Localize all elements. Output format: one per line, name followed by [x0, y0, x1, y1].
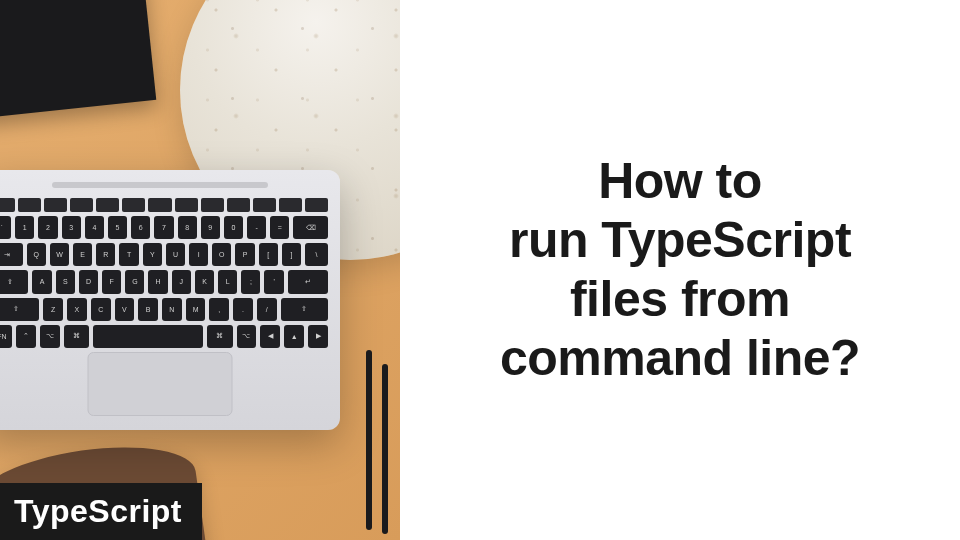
key: L	[218, 270, 237, 293]
category-tag: TypeScript	[0, 483, 202, 540]
key: ⇧	[0, 298, 39, 321]
key: S	[56, 270, 75, 293]
key: 1	[15, 216, 34, 239]
key: Y	[143, 243, 162, 266]
key: K	[195, 270, 214, 293]
laptop-keyboard: ` 1 2 3 4 5 6 7 8 9 0 - = ⌫ ⇥ Q W E R	[0, 198, 328, 348]
key: ,	[209, 298, 229, 321]
key: Z	[43, 298, 63, 321]
key: P	[235, 243, 254, 266]
key: /	[257, 298, 277, 321]
key: G	[125, 270, 144, 293]
key: C	[91, 298, 111, 321]
key: E	[73, 243, 92, 266]
key: W	[50, 243, 69, 266]
key: ⌥	[237, 325, 257, 348]
pen	[382, 364, 388, 534]
key: M	[186, 298, 206, 321]
key: ]	[282, 243, 301, 266]
black-notebook	[0, 0, 156, 120]
key: \	[305, 243, 328, 266]
key: V	[115, 298, 135, 321]
hero-image-panel: ` 1 2 3 4 5 6 7 8 9 0 - = ⌫ ⇥ Q W E R	[0, 0, 400, 540]
key: ⇧	[281, 298, 328, 321]
key-row-1: ` 1 2 3 4 5 6 7 8 9 0 - = ⌫	[0, 216, 328, 239]
key: [	[259, 243, 278, 266]
key: ⌃	[16, 325, 36, 348]
key: ▶	[308, 325, 328, 348]
key: .	[233, 298, 253, 321]
key: ⇥	[0, 243, 23, 266]
key: R	[96, 243, 115, 266]
key-row-2: ⇥ Q W E R T Y U I O P [ ] \	[0, 243, 328, 266]
key: `	[0, 216, 11, 239]
key: -	[247, 216, 266, 239]
key: 4	[85, 216, 104, 239]
key: 8	[178, 216, 197, 239]
key: N	[162, 298, 182, 321]
key: ⌥	[40, 325, 60, 348]
key: A	[32, 270, 51, 293]
key: fn	[0, 325, 12, 348]
key: 6	[131, 216, 150, 239]
key: Q	[27, 243, 46, 266]
key: O	[212, 243, 231, 266]
key: ⌫	[293, 216, 328, 239]
key: X	[67, 298, 87, 321]
key: ;	[241, 270, 260, 293]
key-row-3: ⇪ A S D F G H J K L ; ' ↵	[0, 270, 328, 293]
key: T	[119, 243, 138, 266]
key: U	[166, 243, 185, 266]
key: ↵	[288, 270, 328, 293]
key: 2	[38, 216, 57, 239]
article-headline: How torun TypeScriptfiles fromcommand li…	[500, 152, 860, 388]
key: 3	[62, 216, 81, 239]
laptop-trackpad	[88, 352, 233, 416]
key: ⌘	[64, 325, 90, 348]
key: 0	[224, 216, 243, 239]
key: F	[102, 270, 121, 293]
key: J	[172, 270, 191, 293]
key-row-4: ⇧ Z X C V B N M , . / ⇧	[0, 298, 328, 321]
key: ⌘	[207, 325, 233, 348]
key: =	[270, 216, 289, 239]
key: H	[148, 270, 167, 293]
function-key-row	[0, 198, 328, 212]
key: 7	[154, 216, 173, 239]
key-row-5: fn ⌃ ⌥ ⌘ ⌘ ⌥ ◀ ▲ ▶	[0, 325, 328, 348]
title-panel: How torun TypeScriptfiles fromcommand li…	[400, 0, 960, 540]
pen	[366, 350, 372, 530]
key: ▲	[284, 325, 304, 348]
key: ◀	[260, 325, 280, 348]
key: 9	[201, 216, 220, 239]
key: I	[189, 243, 208, 266]
key-spacebar	[93, 325, 202, 348]
key: B	[138, 298, 158, 321]
key: ⇪	[0, 270, 28, 293]
key: '	[264, 270, 283, 293]
key: D	[79, 270, 98, 293]
laptop: ` 1 2 3 4 5 6 7 8 9 0 - = ⌫ ⇥ Q W E R	[0, 170, 340, 430]
key: 5	[108, 216, 127, 239]
